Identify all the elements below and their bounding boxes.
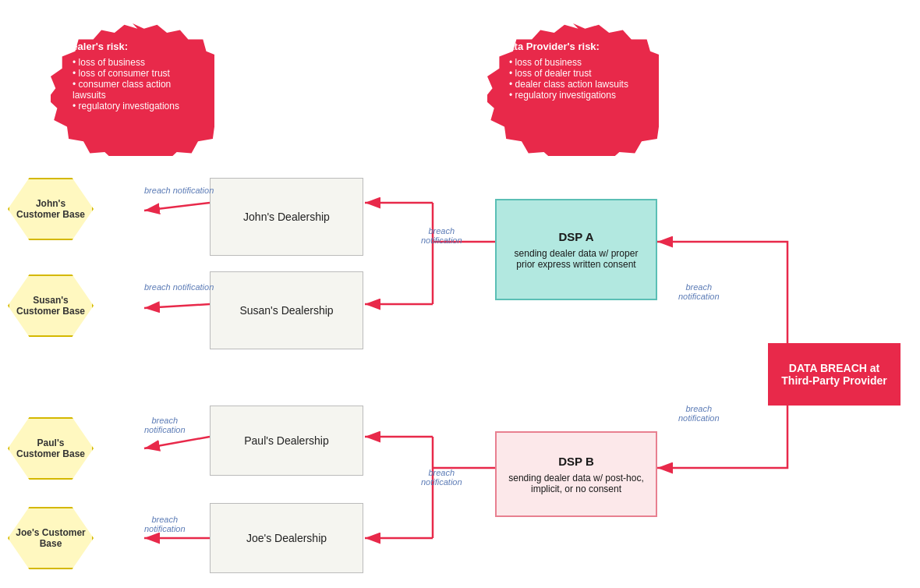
dsp-a-label: DSP A [504,230,648,243]
dealer-risk-badge: Dealer's risk: • loss of business • loss… [47,16,218,164]
provider-risk-item-3: • dealer class action lawsuits [509,79,645,90]
susans-customer-base: Susan's Customer Base [8,275,94,337]
dsp-a-desc: sending dealer data w/ proper prior expr… [504,248,648,270]
dsp-b-label: DSP B [504,455,648,468]
label-breach-dspb: breachnotification [678,404,720,423]
provider-risk-item-1: • loss of business [509,57,645,68]
dsp-b-box: DSP B sending dealer data w/ post-hoc, i… [495,431,657,517]
provider-risk-item-2: • loss of dealer trust [509,68,645,79]
dealer-risk-item-3: • consumer class action lawsuits [73,79,200,101]
provider-risk-item-4: • regulatory investigations [509,90,645,101]
dsp-a-box: DSP A sending dealer data w/ proper prio… [495,199,657,300]
johns-dealership: John's Dealership [210,178,363,256]
label-john-cust: breach notification [144,186,214,195]
dsp-b-desc: sending dealer data w/ post-hoc, implici… [504,473,648,494]
label-breach-dspa: breachnotification [678,282,720,301]
dealer-risk-item-4: • regulatory investigations [73,101,200,112]
breach-line2: Third-Party Provider [781,374,886,387]
label-dspb-dealers: breachnotification [421,468,462,487]
breach-line1: DATA BREACH at [781,362,886,374]
pauls-dealership: Paul's Dealership [210,406,363,476]
johns-customer-base: John's Customer Base [8,178,94,240]
dealer-risk-title: Dealer's risk: [65,41,200,52]
label-susan-cust: breach notification [144,282,214,292]
label-paul-cust: breachnotification [144,416,186,434]
label-dspa-dealers: breachnotification [421,226,462,245]
diagram: Dealer's risk: • loss of business • loss… [0,0,920,588]
pauls-customer-base: Paul's Customer Base [8,417,94,480]
joes-customer-base: Joe's Customer Base [8,507,94,569]
provider-risk-title: Data Provider's risk: [501,41,645,52]
dealer-risk-item-2: • loss of consumer trust [73,68,200,79]
joes-dealership: Joe's Dealership [210,503,363,573]
dealer-risk-item-1: • loss of business [73,57,200,68]
label-joe-cust: breachnotification [144,515,186,533]
provider-risk-badge: Data Provider's risk: • loss of business… [483,16,663,164]
susans-dealership: Susan's Dealership [210,271,363,349]
data-breach-box: DATA BREACH at Third-Party Provider [768,343,901,406]
